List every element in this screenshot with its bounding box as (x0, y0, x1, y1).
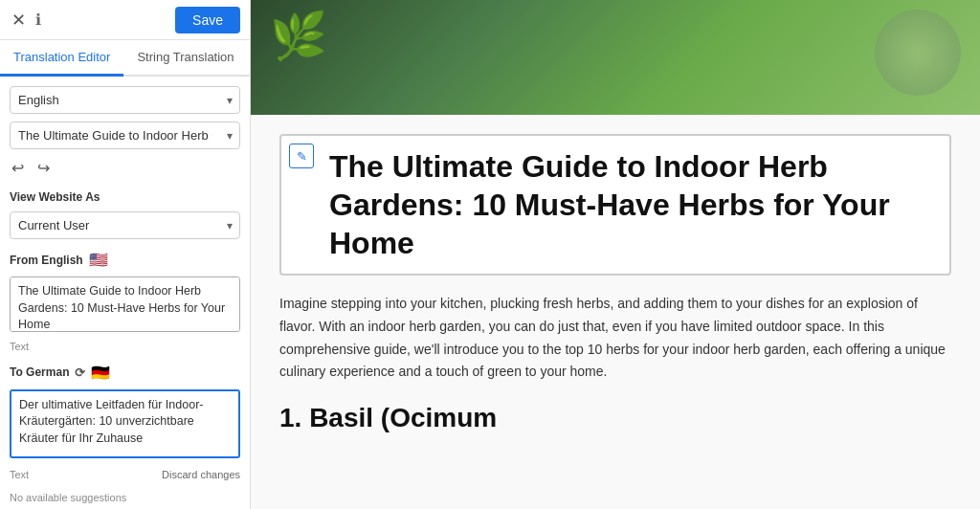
german-flag: 🇩🇪 (91, 364, 110, 382)
view-as-select[interactable]: Current User Guest Admin (10, 211, 240, 239)
content-area: ✎ The Ultimate Guide to Indoor Herb Gard… (251, 115, 980, 462)
section1-heading: 1. Basil (Ocimum (279, 403, 951, 433)
from-english-textarea[interactable]: The Ultimate Guide to Indoor Herb Garden… (11, 277, 239, 332)
language-select[interactable]: English German French Spanish (10, 86, 240, 114)
tabs-bar: Translation Editor String Translation (0, 40, 250, 77)
view-website-as-label: View Website As (10, 190, 240, 204)
string-select-wrapper[interactable]: The Ultimate Guide to Indoor Herb Garden… (10, 122, 240, 149)
blue-arrow-icon: ← (248, 410, 250, 437)
prev-arrow-button[interactable]: ↩ (10, 159, 26, 177)
from-english-label: From English 🇺🇸 (10, 251, 240, 269)
discard-changes-button[interactable]: Discard changes (162, 469, 240, 480)
hero-plant-decoration: 🌿 (270, 10, 327, 63)
save-button[interactable]: Save (175, 7, 240, 33)
title-box: ✎ The Ultimate Guide to Indoor Herb Gard… (279, 134, 951, 276)
to-german-textarea-wrapper: Der ultimative Leitfaden für Indoor-Kräu… (10, 389, 240, 459)
hero-circle-decoration (875, 10, 961, 96)
from-english-textarea-wrapper: The Ultimate Guide to Indoor Herb Garden… (10, 277, 240, 332)
info-button[interactable]: ℹ (35, 11, 41, 29)
suggestions-label: No available suggestions (10, 492, 240, 503)
panel-body: English German French Spanish The Ultima… (0, 77, 250, 509)
tab-translation-editor[interactable]: Translation Editor (0, 40, 123, 77)
hero-image: 🌿 (251, 0, 980, 115)
right-panel: 🌿 ✎ The Ultimate Guide to Indoor Herb Ga… (251, 0, 980, 509)
next-arrow-button[interactable]: ↪ (35, 159, 52, 177)
ai-icon: ⟳ (75, 365, 85, 380)
to-field-type: Text (10, 469, 29, 480)
top-bar: ✕ ℹ Save (0, 0, 250, 40)
nav-arrows: ↩ ↪ (10, 157, 240, 179)
close-button[interactable]: ✕ (10, 10, 28, 31)
to-german-section: Der ultimative Leitfaden für Indoor-Kräu… (10, 389, 240, 459)
to-german-textarea[interactable]: Der ultimative Leitfaden für Indoor-Kräu… (11, 391, 238, 454)
edit-title-button[interactable]: ✎ (289, 144, 314, 168)
body-text: Imagine stepping into your kitchen, pluc… (279, 293, 951, 384)
english-flag: 🇺🇸 (89, 251, 108, 269)
language-select-wrapper[interactable]: English German French Spanish (10, 86, 240, 114)
left-panel: ✕ ℹ Save Translation Editor String Trans… (0, 0, 251, 509)
to-german-label: To German ⟳ 🇩🇪 (10, 364, 240, 382)
main-title: The Ultimate Guide to Indoor Herb Garden… (295, 147, 936, 262)
view-as-select-wrapper[interactable]: Current User Guest Admin (10, 211, 240, 239)
from-field-type: Text (10, 341, 240, 352)
tab-string-translation[interactable]: String Translation (123, 40, 247, 77)
string-select[interactable]: The Ultimate Guide to Indoor Herb Garden… (10, 122, 240, 149)
